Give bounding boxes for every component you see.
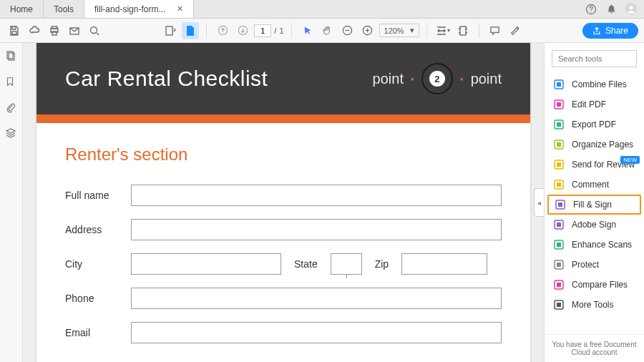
svg-rect-9 [166, 26, 172, 35]
field-email[interactable] [131, 322, 502, 343]
page-current-input[interactable] [254, 24, 271, 37]
share-label: Share [605, 26, 628, 36]
tab-bar: Home Tools fill-and-sign-form... ✕ [0, 0, 644, 19]
share-icon [592, 26, 601, 35]
close-icon[interactable]: ✕ [177, 4, 183, 14]
tab-tools[interactable]: Tools [44, 0, 84, 18]
search-input[interactable] [552, 50, 637, 67]
mail-icon[interactable] [66, 22, 83, 39]
up-arrow-icon[interactable] [214, 22, 231, 39]
tool-protect[interactable]: Protect [545, 255, 644, 275]
bell-icon[interactable] [605, 4, 617, 15]
tool-export-pdf[interactable]: Export PDF [545, 114, 644, 134]
help-icon[interactable] [585, 4, 597, 15]
orange-divider [36, 114, 530, 123]
comment-icon[interactable] [487, 22, 504, 39]
tool-comment[interactable]: Comment [545, 175, 644, 195]
field-city[interactable] [131, 253, 281, 275]
label-state: State [290, 258, 322, 270]
tool-icon [553, 119, 565, 130]
tool-icon [553, 219, 565, 230]
tool-icon [553, 99, 565, 110]
body: Car Rental Checklist point ● 2 ● point R… [0, 43, 644, 362]
tool-label: Export PDF [572, 119, 616, 129]
tool-edit-pdf[interactable]: Edit PDF [545, 94, 644, 114]
search-tools [552, 50, 637, 67]
share-button[interactable]: Share [582, 23, 638, 39]
row-phone: Phone [65, 288, 502, 309]
highlight-icon[interactable] [507, 22, 524, 39]
field-state[interactable] [331, 253, 362, 275]
tool-compare-files[interactable]: Compare Files [545, 275, 644, 295]
tool-more-tools[interactable]: More Tools [545, 295, 644, 315]
page-thumbnails-icon[interactable] [162, 22, 179, 39]
tool-send-for-review[interactable]: Send for ReviewNEW [545, 155, 644, 175]
tool-combine-files[interactable]: Combine Files [545, 74, 644, 94]
svg-rect-28 [557, 182, 561, 187]
fit-page-icon[interactable] [454, 22, 472, 39]
thumbnails-icon[interactable] [5, 50, 18, 63]
left-rail [0, 43, 23, 362]
tool-fill-sign[interactable]: Fill & Sign [547, 195, 641, 215]
topbar-right [578, 0, 644, 18]
field-fullname[interactable] [131, 185, 502, 206]
brand-ring: 2 [421, 63, 453, 94]
print-icon[interactable] [46, 22, 63, 39]
search-icon[interactable] [86, 22, 103, 39]
svg-rect-24 [557, 142, 561, 147]
panel-toggle[interactable]: ◂ [534, 188, 544, 217]
field-address[interactable] [131, 219, 502, 240]
tool-label: More Tools [572, 300, 613, 310]
field-phone[interactable] [131, 288, 502, 309]
tool-icon [553, 299, 565, 310]
cloud-icon[interactable] [26, 22, 43, 39]
pdf-page: Car Rental Checklist point ● 2 ● point R… [36, 43, 530, 362]
tab-home-label: Home [10, 4, 33, 14]
attachment-icon[interactable] [5, 102, 18, 114]
page-icon[interactable] [182, 22, 199, 39]
hand-icon[interactable] [319, 22, 336, 39]
tools-list: Combine FilesEdit PDFExport PDFOrganize … [545, 74, 644, 334]
chevron-down-icon: ▾ [410, 26, 414, 35]
tool-organize-pages[interactable]: Organize Pages [545, 134, 644, 155]
brand-left: point [373, 71, 404, 87]
svg-point-1 [590, 11, 591, 11]
fit-width-icon[interactable]: ▾ [434, 22, 452, 39]
svg-rect-18 [557, 82, 561, 87]
tab-document-label: fill-and-sign-form... [94, 4, 165, 14]
svg-rect-26 [557, 162, 561, 167]
zoom-out-icon[interactable] [339, 22, 356, 39]
svg-rect-30 [558, 202, 562, 207]
tool-enhance-scans[interactable]: Enhance Scans [545, 235, 644, 255]
row-city: City State Zip [65, 253, 502, 275]
svg-rect-22 [557, 122, 561, 127]
tool-icon [555, 199, 566, 210]
page-sep: / [274, 26, 276, 35]
label-fullname: Full name [65, 190, 122, 201]
right-panel: Combine FilesEdit PDFExport PDFOrganize … [544, 43, 644, 362]
label-zip: Zip [371, 258, 393, 270]
zoom-select[interactable]: 120%▾ [379, 24, 419, 37]
pdf-body: Renter's section Full name Address City … [36, 123, 530, 362]
tab-home[interactable]: Home [0, 0, 44, 18]
tool-label: Comment [572, 180, 609, 190]
tool-label: Protect [572, 260, 599, 270]
tool-icon [553, 259, 565, 270]
page-total: 1 [279, 26, 283, 35]
app-root: Home Tools fill-and-sign-form... ✕ / 1 [0, 0, 644, 362]
svg-rect-14 [460, 26, 466, 35]
user-icon[interactable] [625, 4, 637, 15]
zoom-in-icon[interactable] [359, 22, 376, 39]
tab-document[interactable]: fill-and-sign-form... ✕ [84, 0, 194, 18]
doc-title: Car Rental Checklist [65, 67, 268, 91]
down-arrow-icon[interactable] [234, 22, 251, 39]
brand-right: point [471, 71, 502, 87]
pdf-header: Car Rental Checklist point ● 2 ● point [36, 43, 530, 114]
save-icon[interactable] [6, 22, 23, 39]
tool-adobe-sign[interactable]: Adobe Sign [545, 215, 644, 235]
pointer-icon[interactable] [299, 22, 316, 39]
field-zip[interactable] [401, 253, 487, 275]
layers-icon[interactable] [5, 127, 18, 140]
document-area[interactable]: Car Rental Checklist point ● 2 ● point R… [23, 43, 544, 362]
bookmark-icon[interactable] [5, 76, 18, 89]
